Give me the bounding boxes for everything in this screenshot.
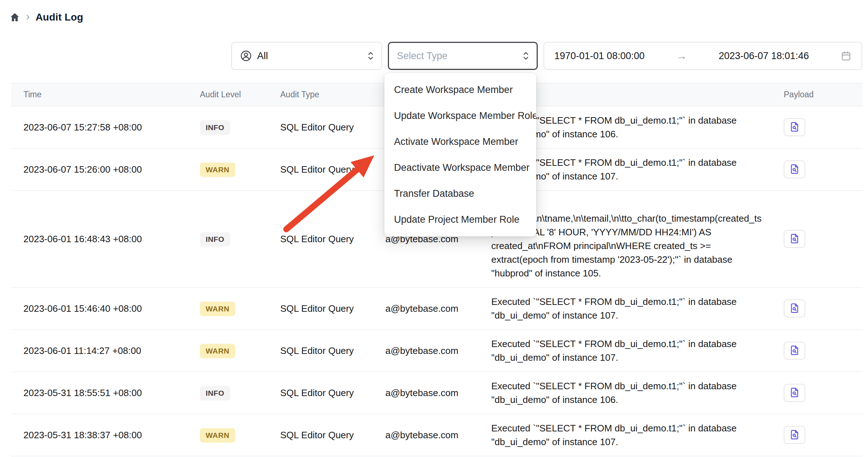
home-icon[interactable] [9, 12, 20, 23]
audit-time: 2023-06-01 11:14:27 +08:00 [11, 330, 188, 372]
payload-cell [771, 288, 863, 330]
view-payload-button[interactable] [784, 384, 805, 402]
audit-type: SQL Editor Query [268, 106, 373, 148]
type-dropdown-menu: Create Workspace Member Update Workspace… [384, 73, 536, 236]
audit-level-cell: WARN [188, 330, 268, 372]
audit-log-page: › Audit Log All Select Type [0, 0, 868, 457]
audit-level-badge: INFO [200, 232, 230, 247]
audit-comment: Executed `"SELECT * FROM db_ui_demo.t1;"… [479, 414, 771, 456]
date-to: 2023-06-07 18:01:46 [719, 50, 809, 62]
audit-level-cell: INFO [188, 106, 268, 148]
audit-level-badge: INFO [200, 120, 230, 135]
file-search-icon [789, 233, 800, 245]
table-row: 2023-06-01 15:46:40 +08:00 WARN SQL Edit… [11, 288, 863, 330]
file-search-icon [789, 345, 800, 357]
audit-time: 2023-06-01 16:48:43 +08:00 [11, 191, 188, 288]
payload-cell [771, 148, 863, 191]
table-row: 2023-05-31 18:55:51 +08:00 INFO SQL Edit… [11, 372, 863, 414]
view-payload-button[interactable] [784, 300, 805, 318]
audit-actor: a@bytebase.com [373, 330, 479, 372]
dropdown-item[interactable]: Update Project Member Role [385, 207, 536, 232]
payload-cell [771, 191, 863, 288]
audit-level-cell: WARN [188, 414, 268, 456]
breadcrumb: › Audit Log [0, 0, 868, 25]
table-row: 2023-06-01 11:14:27 +08:00 WARN SQL Edit… [11, 330, 863, 372]
arrow-right-icon: → [676, 50, 687, 62]
payload-cell [771, 330, 863, 372]
dropdown-item[interactable]: Create Workspace Member [385, 77, 536, 103]
chevron-right-icon: › [26, 10, 30, 22]
file-search-icon [789, 164, 800, 176]
file-search-icon [789, 387, 800, 399]
dropdown-item[interactable]: Activate Workspace Member [385, 129, 536, 155]
page-title: Audit Log [36, 12, 83, 23]
audit-level-cell: INFO [188, 191, 268, 288]
file-search-icon [789, 121, 800, 133]
dropdown-item[interactable]: Update Workspace Member Role [385, 103, 536, 129]
file-search-icon [789, 303, 800, 315]
filter-bar: All Select Type 1970-01-01 08:00:00 → 20… [0, 42, 862, 70]
audit-comment: Executed `"SELECT * FROM db_ui_demo.t1;"… [479, 288, 771, 330]
user-circle-icon [240, 50, 252, 62]
audit-level-cell: INFO [188, 372, 268, 414]
col-header-payload: Payload [771, 83, 863, 106]
audit-time: 2023-05-31 18:55:51 +08:00 [11, 372, 188, 414]
col-header-audit-level: Audit Level [188, 83, 268, 106]
dropdown-item[interactable]: Deactivate Workspace Member [385, 155, 536, 181]
file-search-icon [789, 429, 800, 441]
audit-level-badge: WARN [200, 344, 235, 358]
audit-type: SQL Editor Query [268, 414, 373, 456]
calendar-icon [841, 50, 851, 61]
date-range-picker[interactable]: 1970-01-01 08:00:00 → 2023-06-07 18:01:4… [543, 42, 862, 70]
audit-type: SQL Editor Query [268, 288, 373, 330]
type-filter-placeholder: Select Type [397, 50, 448, 62]
audit-type: SQL Editor Query [268, 372, 373, 414]
audit-level-badge: WARN [200, 428, 235, 443]
view-payload-button[interactable] [784, 342, 805, 360]
audit-type: SQL Editor Query [268, 148, 373, 191]
view-payload-button[interactable] [784, 160, 805, 178]
audit-time: 2023-06-07 15:26:00 +08:00 [11, 148, 188, 191]
audit-time: 2023-06-01 15:46:40 +08:00 [11, 288, 188, 330]
audit-actor: a@bytebase.com [373, 288, 479, 330]
payload-cell [771, 106, 863, 148]
view-payload-button[interactable] [784, 230, 805, 248]
audit-level-badge: INFO [200, 386, 230, 400]
payload-cell [771, 414, 863, 456]
view-payload-button[interactable] [784, 426, 805, 444]
table-row: 2023-05-31 18:38:37 +08:00 WARN SQL Edit… [11, 414, 863, 456]
actor-filter-select[interactable]: All [231, 42, 382, 70]
audit-level-badge: WARN [200, 302, 235, 316]
audit-type: SQL Editor Query [268, 191, 373, 288]
audit-type: SQL Editor Query [268, 330, 373, 372]
audit-level-cell: WARN [188, 288, 268, 330]
audit-time: 2023-05-31 18:38:37 +08:00 [11, 414, 188, 456]
audit-time: 2023-06-07 15:27:58 +08:00 [11, 106, 188, 148]
audit-actor: a@bytebase.com [373, 372, 479, 414]
actor-filter-value: All [257, 50, 268, 62]
dropdown-item[interactable]: Transfer Database [385, 181, 536, 207]
audit-comment: Executed `"SELECT * FROM db_ui_demo.t1;"… [479, 372, 771, 414]
audit-level-cell: WARN [188, 148, 268, 191]
audit-comment: Executed `"SELECT * FROM db_ui_demo.t1;"… [479, 330, 771, 372]
col-header-audit-type: Audit Type [268, 83, 373, 106]
payload-cell [771, 372, 863, 414]
view-payload-button[interactable] [784, 118, 805, 136]
col-header-time: Time [11, 83, 188, 106]
audit-level-badge: WARN [200, 163, 235, 177]
chevron-up-down-icon [522, 50, 530, 61]
audit-actor: a@bytebase.com [373, 414, 479, 456]
type-filter-select[interactable]: Select Type [388, 42, 538, 70]
chevron-up-down-icon [366, 50, 375, 61]
date-from: 1970-01-01 08:00:00 [554, 50, 645, 62]
